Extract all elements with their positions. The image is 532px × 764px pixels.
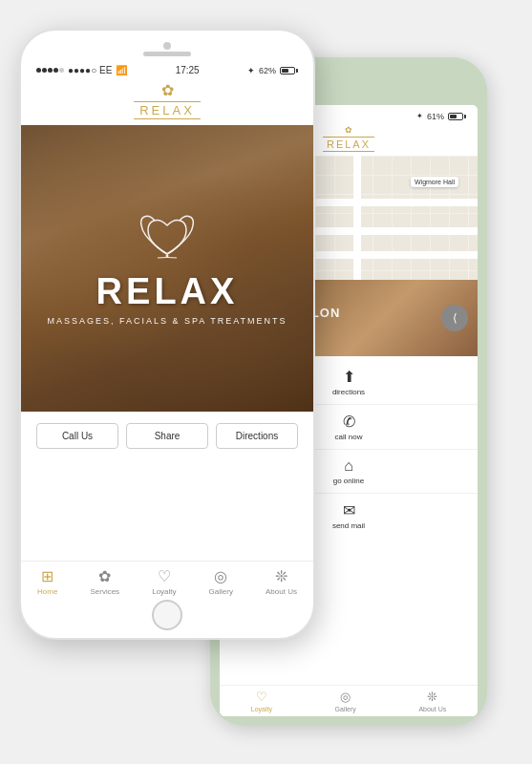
action-buttons-row: Call Us Share Directions <box>21 412 313 460</box>
go-online-label: go online <box>333 477 364 485</box>
hero-image: RELAX MASSAGES, FACIALS & SPA TREATMENTS <box>21 125 313 412</box>
map-wigmore-label: Wigmore Hall <box>411 177 458 187</box>
status-right: ✦ 62% <box>247 66 298 75</box>
back-bluetooth-icon: ✦ <box>416 112 423 120</box>
nav-services[interactable]: ✿ Services <box>90 567 119 596</box>
home-nav-label: Home <box>37 587 57 596</box>
directions-label: directions <box>332 388 365 396</box>
call-icon: ✆ <box>343 413 355 431</box>
logo-brand-name: RELAX <box>134 101 201 119</box>
status-left: ●●●●○ EE 📶 <box>36 65 127 75</box>
battery-icon <box>280 67 298 74</box>
nav-about[interactable]: ❊ About Us <box>266 567 297 596</box>
battery-percentage: 62% <box>259 66 276 75</box>
logo-lotus-icon: ✿ <box>21 81 313 99</box>
back-tab-loyalty[interactable]: ♡ Loyalty <box>251 690 272 712</box>
gallery-tab-icon: ◎ <box>340 690 351 704</box>
back-tab-gallery[interactable]: ◎ Gallery <box>335 690 356 712</box>
signal-dot-3 <box>48 68 53 73</box>
back-battery-icon <box>448 113 466 120</box>
gallery-nav-label: Gallery <box>209 587 233 596</box>
logo-area: ✿ RELAX <box>21 77 313 125</box>
back-bottom-tabs: ♡ Loyalty ◎ Gallery ❊ About Us <box>220 685 478 716</box>
directions-button[interactable]: Directions <box>216 423 298 449</box>
signal-dot-4 <box>53 68 58 73</box>
signal-dot-5 <box>59 68 64 73</box>
home-button[interactable] <box>152 600 182 630</box>
loyalty-tab-label: Loyalty <box>251 706 272 712</box>
phone-front: ●●●●○ EE 📶 17:25 ✦ 62% ✿ RELAX <box>19 29 315 640</box>
share-button[interactable]: Share <box>126 423 208 449</box>
services-nav-icon: ✿ <box>98 567 111 585</box>
nav-home[interactable]: ⊞ Home <box>37 567 57 596</box>
send-mail-label: send mail <box>332 521 365 530</box>
hero-tagline: MASSAGES, FACIALS & SPA TREATMENTS <box>47 316 287 326</box>
signal-dot-2 <box>42 68 47 73</box>
carrier-name: ●●●●○ EE <box>68 65 112 75</box>
front-time: 17:25 <box>176 65 200 75</box>
nav-loyalty[interactable]: ♡ Loyalty <box>152 567 176 596</box>
loyalty-nav-label: Loyalty <box>152 587 176 596</box>
map-road-vertical-3 <box>353 156 361 280</box>
hero-content: RELAX MASSAGES, FACIALS & SPA TREATMENTS <box>47 211 287 326</box>
about-nav-icon: ❊ <box>275 567 287 585</box>
back-logo-text: RELAX <box>323 137 374 152</box>
gallery-nav-icon: ◎ <box>214 567 227 585</box>
loyalty-nav-icon: ♡ <box>158 567 171 585</box>
front-status-bar: ●●●●○ EE 📶 17:25 ✦ 62% <box>21 61 313 77</box>
directions-icon: ⬆ <box>343 368 355 386</box>
services-nav-label: Services <box>90 587 119 596</box>
mail-icon: ✉ <box>343 501 355 520</box>
front-camera <box>163 42 171 50</box>
about-tab-icon: ❊ <box>427 690 437 704</box>
signal-strength <box>36 68 64 73</box>
wifi-icon: 📶 <box>116 65 127 75</box>
nav-gallery[interactable]: ◎ Gallery <box>209 567 233 596</box>
about-tab-label: About Us <box>418 706 446 712</box>
call-us-button[interactable]: Call Us <box>36 423 118 449</box>
svg-line-1 <box>158 258 167 259</box>
back-status-right: ✦ 61% <box>416 112 466 121</box>
online-icon: ⌂ <box>344 457 353 475</box>
front-speaker <box>143 52 191 56</box>
hero-brand-name: RELAX <box>47 271 287 312</box>
gallery-tab-label: Gallery <box>335 706 356 712</box>
back-tab-about[interactable]: ❊ About Us <box>418 690 446 712</box>
bluetooth-icon: ✦ <box>247 66 255 75</box>
svg-line-2 <box>167 258 177 259</box>
hero-lotus-icon <box>47 211 287 267</box>
svg-point-0 <box>166 255 169 258</box>
bottom-navigation: ⊞ Home ✿ Services ♡ Loyalty ◎ Gallery ❊ … <box>21 561 313 600</box>
share-button-card[interactable]: ⟨ <box>441 305 468 331</box>
home-nav-icon: ⊞ <box>41 567 53 585</box>
about-nav-label: About Us <box>266 587 297 596</box>
call-now-label: call now <box>335 433 363 441</box>
signal-dot-1 <box>36 68 41 73</box>
loyalty-tab-icon: ♡ <box>256 690 267 704</box>
back-battery-pct: 61% <box>427 112 444 121</box>
